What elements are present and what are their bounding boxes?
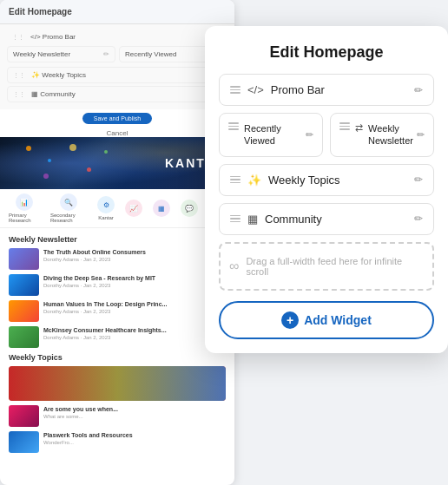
modal-title: Edit Homepage <box>219 43 434 62</box>
drag-dots-2: ⋮⋮ <box>13 72 25 79</box>
nav-icon-secondary: 🔍 Secondary Research <box>50 193 87 223</box>
drag-handle-community[interactable] <box>230 215 240 223</box>
weekly-topics-section-title: Weekly Topics <box>9 353 226 362</box>
bg-nav: ⋮⋮ </> Promo Bar ✏ Weekly Newsletter ✏ R… <box>0 24 234 109</box>
weekly-topics-edit-icon[interactable]: ✏ <box>414 174 423 186</box>
background-panel: Edit Homepage ⋮⋮ </> Promo Bar ✏ Weekly … <box>0 0 234 485</box>
drag-handle-newsletter[interactable] <box>339 122 350 130</box>
community-edit-icon[interactable]: ✏ <box>414 213 423 225</box>
recently-viewed-label: RecentlyViewed <box>244 122 281 147</box>
weekly-newsletter-label: WeeklyNewsletter <box>368 122 413 147</box>
promo-bar-label: Promo Bar <box>271 83 325 96</box>
drag-feed-text: Drag a full-width feed here for infinite… <box>246 256 424 277</box>
widget-topics-left: ✨ Weekly Topics <box>230 174 340 187</box>
drag-dots-3: ⋮⋮ <box>13 91 25 98</box>
newsletter-swap-icon: ⇄ <box>355 122 363 134</box>
weekly-newsletter-left: ⇄ WeeklyNewsletter <box>339 122 413 147</box>
article-item-3: Human Values In The Loop: Design Princ..… <box>9 300 226 322</box>
article-text-1: The Truth About Online Consumers Dorothy… <box>43 248 226 262</box>
weekly-topics-label: Weekly Topics <box>268 174 340 187</box>
widget-item-weekly-newsletter[interactable]: ⇄ WeeklyNewsletter ✏ <box>330 113 434 157</box>
article-text-4: McKinsey Consumer Healthcare Insights...… <box>43 326 226 340</box>
article-item-4: McKinsey Consumer Healthcare Insights...… <box>9 326 226 348</box>
topics-item-1: Are some you use when... What are some..… <box>9 405 226 427</box>
nav-icon-primary: 📊 Primary Research <box>9 193 40 223</box>
infinity-icon: ∞ <box>229 259 239 274</box>
topics-text-2: Plaswerk Tools and Resources WonderFro..… <box>43 431 226 445</box>
bg-nav-community: ⋮⋮ ▦ Community ✏ <box>7 86 227 102</box>
widget-item-recently-viewed[interactable]: RecentlyViewed ✏ <box>219 113 323 157</box>
bg-nav-weekly: Weekly Newsletter ✏ <box>7 46 115 62</box>
community-label: Community <box>265 213 322 226</box>
topics-thumb-1 <box>9 405 39 427</box>
recently-viewed-edit-icon[interactable]: ✏ <box>306 129 313 141</box>
drag-feed-zone[interactable]: ∞ Drag a full-width feed here for infini… <box>219 242 434 291</box>
nav-icon-bar: 📈 <box>125 200 142 217</box>
nav-icon-msg: 💬 <box>181 200 198 217</box>
drag-handle-recently[interactable] <box>228 122 239 130</box>
article-item-1: The Truth About Online Consumers Dorothy… <box>9 248 226 270</box>
bg-nav-promo: ⋮⋮ </> Promo Bar ✏ <box>7 29 227 44</box>
widget-item-community[interactable]: ▦ Community ✏ <box>219 203 434 235</box>
nav-icon-grid: ▦ <box>153 200 170 217</box>
article-thumb-1 <box>9 248 39 270</box>
topics-text-1: Are some you use when... What are some..… <box>43 405 226 419</box>
widget-row-double: RecentlyViewed ✏ ⇄ WeeklyNewsletter ✏ <box>219 113 434 157</box>
topics-thumb-2 <box>9 431 39 453</box>
weekly-topics-icon: ✨ <box>247 174 261 187</box>
community-icon: ▦ <box>247 213 258 226</box>
promo-bar-edit-icon[interactable]: ✏ <box>414 84 423 96</box>
edit-homepage-modal: Edit Homepage </> Promo Bar ✏ RecentlyVi… <box>205 26 448 353</box>
bg-nav-topics: ⋮⋮ ✨ Weekly Topics ✏ <box>7 67 227 83</box>
recently-viewed-left: RecentlyViewed <box>228 122 281 147</box>
add-widget-button[interactable]: + Add Widget <box>219 301 434 339</box>
bg-content: Weekly Newsletter The Truth About Online… <box>0 228 234 464</box>
article-thumb-4 <box>9 326 39 348</box>
widget-promo-left: </> Promo Bar <box>230 83 325 96</box>
topics-item-2: Plaswerk Tools and Resources WonderFro..… <box>9 431 226 453</box>
add-widget-plus-icon: + <box>281 311 299 329</box>
bg-navbar: 📊 Primary Research 🔍 Secondary Research … <box>0 189 234 228</box>
drag-handle-promo[interactable] <box>230 86 240 94</box>
weekly-newsletter-title: Weekly Newsletter <box>9 235 226 244</box>
bg-cancel-button[interactable]: Cancel <box>0 129 234 137</box>
article-thumb-3 <box>9 300 39 322</box>
bg-panel-header: Edit Homepage <box>0 0 234 24</box>
add-widget-label: Add Widget <box>304 313 372 327</box>
promo-bar-icon: </> <box>247 83 264 96</box>
widget-community-left: ▦ Community <box>230 213 322 226</box>
widget-item-promo-bar[interactable]: </> Promo Bar ✏ <box>219 74 434 106</box>
nav-icon-kantar: ⚙ Kantar <box>97 196 115 220</box>
weekly-newsletter-edit-icon[interactable]: ✏ <box>417 129 425 141</box>
widget-item-weekly-topics[interactable]: ✨ Weekly Topics ✏ <box>219 164 434 196</box>
article-text-3: Human Values In The Loop: Design Princ..… <box>43 300 226 314</box>
weekly-topics-image <box>9 366 226 401</box>
drag-handle-topics[interactable] <box>230 176 240 184</box>
bg-save-button[interactable]: Save and Publish <box>82 113 152 124</box>
bg-hero: KANTAR <box>0 137 234 189</box>
article-thumb-2 <box>9 274 39 296</box>
article-text-2: Diving the Deep Sea - Research by MIT Do… <box>43 274 226 288</box>
article-item-2: Diving the Deep Sea - Research by MIT Do… <box>9 274 226 296</box>
drag-dots: ⋮⋮ <box>12 34 24 41</box>
